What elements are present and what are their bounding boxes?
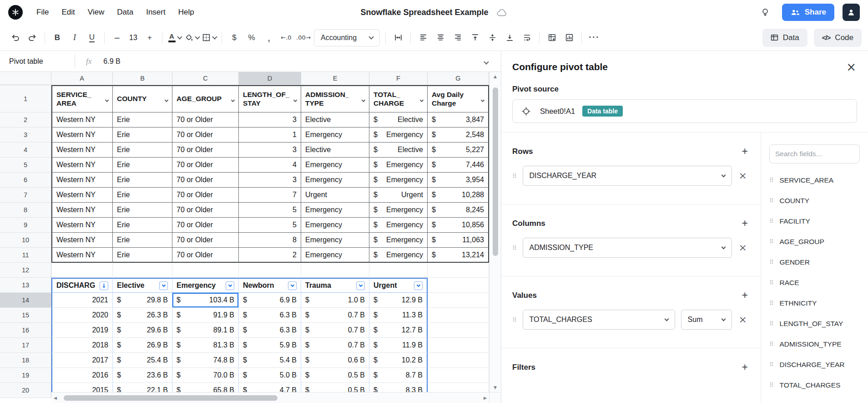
column-header-C[interactable]: C [172,72,239,85]
cell[interactable]: Urgent [301,188,369,203]
selected-cell[interactable]: $103.4 B [172,293,239,308]
user-avatar-button[interactable] [843,4,860,21]
cell[interactable]: Emergency [301,128,369,143]
cell[interactable] [428,323,489,338]
cell[interactable]: 8 [239,233,301,248]
cell[interactable]: 2016 [51,368,113,383]
filter-chevron-icon[interactable] [226,281,234,290]
data-table-header[interactable]: LENGTH_OF_STAY [239,85,301,112]
add-filters-field-button[interactable]: + [742,362,748,372]
data-table-header[interactable]: AGE_GROUP [172,85,239,112]
field-item-facility[interactable]: ⠿FACILITY [769,211,860,231]
select-all-corner[interactable] [0,72,51,85]
column-header-E[interactable]: E [301,72,369,85]
cell[interactable]: 5 [239,203,301,218]
drag-handle-icon[interactable]: ⠿ [769,382,774,388]
cell[interactable]: 70 or Older [172,112,239,128]
cell[interactable] [428,338,489,353]
more-options-button[interactable]: ··· [585,29,603,46]
cell[interactable]: 1 [239,128,301,143]
comma-format-button[interactable]: , [260,29,278,46]
row-header-15[interactable]: 15 [0,308,51,323]
field-item-age_group[interactable]: ⠿AGE_GROUP [769,231,860,252]
cell[interactable] [428,263,489,278]
cell[interactable]: 7 [239,188,301,203]
cell[interactable]: 70 or Older [172,218,239,233]
columns-field-dropdown[interactable]: ADMISSION_TYPE [523,238,732,258]
data-panel-button[interactable]: Data [762,29,807,47]
filter-chevron-icon[interactable] [481,95,484,103]
cell[interactable]: $Emergency [369,203,428,218]
column-header-A[interactable]: A [51,72,113,85]
cell[interactable]: Emergency [301,248,369,263]
drag-handle-icon[interactable]: ⠿ [512,316,517,323]
cell[interactable]: $29.6 B [113,323,172,338]
horizontal-scrollbar-thumb[interactable] [64,395,278,401]
row-header-11[interactable]: 11 [0,248,51,263]
cell[interactable]: 2021 [51,293,113,308]
filter-chevron-icon[interactable] [165,95,168,103]
cell[interactable]: Emergency [301,158,369,173]
menu-file[interactable]: File [30,5,55,20]
row-header-18[interactable]: 18 [0,353,51,368]
row-header-16[interactable]: 16 [0,323,51,338]
cell[interactable]: 2019 [51,323,113,338]
rows-field-dropdown[interactable]: DISCHARGE_YEAR [523,166,732,186]
cell[interactable]: $Emergency [369,173,428,188]
merge-cells-button[interactable] [389,29,407,46]
insert-pivot-button[interactable] [543,29,560,46]
cell[interactable]: Western NY [51,128,113,143]
cell[interactable]: $7,446 [428,158,489,173]
menu-edit[interactable]: Edit [55,5,81,20]
cell[interactable]: $Emergency [369,248,428,263]
cell[interactable]: Erie [113,143,172,158]
cell[interactable]: $5.0 B [239,368,301,383]
scroll-down-icon[interactable]: ▼ [491,383,499,392]
remove-rows-field-button[interactable]: × [738,171,748,181]
cell[interactable]: $81.3 B [172,338,239,353]
underline-button[interactable]: U [83,29,101,46]
app-logo-icon[interactable] [8,5,23,20]
cell[interactable]: Western NY [51,203,113,218]
cell[interactable]: $26.3 B [113,308,172,323]
cell[interactable]: $6.9 B [239,293,301,308]
name-box[interactable]: Pivot table [0,57,75,66]
cell[interactable]: $5.4 B [239,353,301,368]
filter-chevron-icon[interactable] [356,281,365,290]
row-header-13[interactable]: 13 [0,278,51,293]
row-header-5[interactable]: 5 [0,158,51,173]
align-center-button[interactable] [432,29,449,46]
cell[interactable]: $11,063 [428,233,489,248]
cell[interactable]: $Emergency [369,218,428,233]
cell[interactable]: 2018 [51,338,113,353]
row-header-8[interactable]: 8 [0,203,51,218]
menu-data[interactable]: Data [111,5,140,20]
row-header-1[interactable]: 1 [0,85,51,112]
column-header-F[interactable]: F [369,72,428,85]
drag-handle-icon[interactable]: ⠿ [769,341,774,347]
undo-button[interactable] [6,29,24,46]
pivot-header[interactable]: Emergency [172,278,239,293]
fill-color-button[interactable] [183,29,201,46]
vertical-align-middle-button[interactable] [484,29,501,46]
cell[interactable] [369,263,428,278]
cell[interactable]: Western NY [51,158,113,173]
row-header-9[interactable]: 9 [0,218,51,233]
cell[interactable]: $29.8 B [113,293,172,308]
cell[interactable] [172,263,239,278]
cell[interactable]: Emergency [301,233,369,248]
filter-chevron-icon[interactable] [159,281,168,290]
drag-handle-icon[interactable]: ⠿ [769,218,774,224]
row-header-17[interactable]: 17 [0,338,51,353]
cell[interactable] [428,278,489,293]
pivot-header[interactable]: Elective [113,278,172,293]
cell[interactable]: $11.9 B [369,338,428,353]
row-header-3[interactable]: 3 [0,128,51,143]
cell[interactable]: $3,954 [428,173,489,188]
cell[interactable]: $Emergency [369,128,428,143]
cell[interactable]: 2020 [51,308,113,323]
cell[interactable]: $8,245 [428,203,489,218]
decrease-font-size-button[interactable]: − [108,29,126,46]
cell[interactable]: $6.3 B [239,308,301,323]
row-header-7[interactable]: 7 [0,188,51,203]
